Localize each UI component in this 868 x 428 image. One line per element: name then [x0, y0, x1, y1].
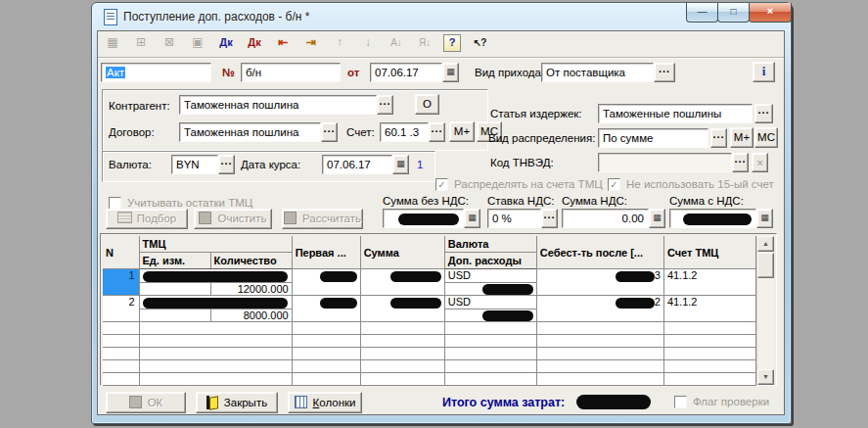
help-icon[interactable]: ? — [443, 34, 461, 52]
account-label: Счет: — [346, 126, 375, 138]
scrollbar-thumb[interactable] — [757, 253, 774, 278]
tnved-input[interactable] — [598, 153, 732, 172]
account-cell[interactable]: 41.1.2 — [663, 269, 755, 296]
expense-item-input[interactable]: Таможенные пошлины — [598, 104, 753, 123]
m-plus-button[interactable]: М+ — [449, 121, 475, 142]
items-table-container: N ТМЦ Первая ... Сумма Валюта Себест-ть … — [100, 233, 777, 386]
col-currency: Валюта — [444, 236, 536, 253]
qty-cell[interactable]: 8000.000 — [210, 309, 292, 322]
sum-with-vat-calc-icon[interactable]: ▦ — [756, 209, 773, 228]
sort-asc-icon: А↓ — [387, 34, 406, 52]
context-help-icon[interactable]: ↖? — [470, 34, 489, 52]
sum-without-vat-calc-icon[interactable]: ▦ — [464, 209, 480, 228]
qty-cell[interactable]: 12000.000 — [210, 282, 292, 296]
income-kind-lookup-button[interactable]: ... — [654, 63, 675, 82]
tnved-label: Код ТНВЭД: — [490, 157, 554, 168]
table-row[interactable]: 1 USD 3 41.1.2 — [103, 269, 756, 283]
first-cell[interactable] — [292, 269, 360, 296]
unit-cell[interactable] — [139, 282, 210, 296]
expense-item-label: Статья издержек: — [490, 108, 582, 119]
close-button[interactable]: × — [749, 3, 792, 23]
rate-date-input[interactable]: 07.06.17 — [322, 155, 392, 174]
empty-row[interactable] — [103, 322, 756, 335]
col-qty: Количество — [210, 253, 292, 269]
sum-cell[interactable] — [360, 269, 444, 296]
titlebar[interactable]: Поступление доп. расходов - б/н * — □ × — [92, 3, 791, 30]
empty-row[interactable] — [103, 360, 756, 373]
income-kind-input[interactable]: От поставщика — [541, 63, 654, 82]
distribution-lookup-button[interactable]: ... — [710, 128, 727, 148]
cost-after-digit: 2 — [655, 296, 661, 308]
tmc-cell[interactable] — [139, 296, 292, 309]
currency-label: Валюта: — [109, 159, 152, 170]
contractor-lookup-button[interactable]: ... — [377, 95, 393, 115]
account-lookup-button[interactable]: ... — [429, 122, 445, 142]
desktop-background: Поступление доп. расходов - б/н * — □ × … — [0, 0, 868, 428]
expense-item-lookup-button[interactable]: ... — [754, 104, 773, 123]
currency-cell[interactable]: USD — [444, 296, 536, 309]
extra-cell[interactable] — [444, 282, 536, 296]
col-extra: Доп. расходы — [444, 253, 536, 269]
distribute-checkbox: ✓ — [435, 178, 448, 191]
table-scrollbar[interactable]: ▲ ▼ — [756, 236, 774, 385]
ok-icon — [129, 396, 142, 408]
currency-lookup-button[interactable]: ... — [218, 155, 235, 174]
calendar-icon[interactable]: ▦ — [442, 63, 459, 82]
doc-number-input[interactable]: б/н — [241, 63, 341, 82]
empty-row[interactable] — [103, 373, 756, 386]
sum-without-vat-input[interactable] — [383, 209, 464, 228]
vat-sum-calc-icon[interactable]: ▦ — [649, 209, 665, 228]
cost-after-cell[interactable]: 2 — [536, 296, 663, 322]
info-button[interactable]: i — [753, 62, 775, 82]
unit-cell[interactable] — [139, 309, 210, 322]
currency-cell[interactable]: USD — [444, 269, 536, 283]
close-dialog-button[interactable]: Закрыть — [196, 392, 278, 413]
contractor-input[interactable]: Таможенная пошлина — [179, 95, 377, 115]
contractor-label: Контрагент: — [109, 100, 170, 112]
account-input[interactable]: 60.1 .3 — [380, 122, 429, 142]
row-number-cell[interactable]: 2 — [103, 296, 139, 322]
move-into-icon[interactable]: ⇥ — [301, 34, 321, 52]
toolbar-separator — [98, 57, 784, 59]
ok-button: ОК — [106, 392, 186, 413]
contract-input[interactable]: Таможенная пошлина — [179, 122, 321, 142]
tnved-lookup-button[interactable]: ... — [732, 153, 749, 172]
distribution-m-plus-button[interactable]: М+ — [730, 127, 754, 148]
rate-calendar-icon[interactable]: ▦ — [392, 155, 409, 174]
extra-cell[interactable] — [444, 309, 536, 322]
account-cell[interactable]: 41.1.2 — [663, 296, 755, 322]
maximize-button[interactable]: □ — [717, 3, 750, 23]
contract-lookup-button[interactable]: ... — [321, 122, 338, 142]
table-row[interactable]: 2 USD 2 41.1.2 — [103, 296, 756, 309]
sum-cell[interactable] — [360, 296, 444, 322]
items-table[interactable]: N ТМЦ Первая ... Сумма Валюта Себест-ть … — [103, 236, 756, 386]
tmc-cell[interactable] — [139, 269, 292, 283]
clear-icon — [199, 212, 211, 224]
move-left-icon[interactable]: ⇤ — [273, 34, 293, 52]
first-cell[interactable] — [292, 296, 360, 322]
empty-row[interactable] — [103, 348, 756, 360]
redacted-value — [320, 298, 357, 309]
distribution-input[interactable]: По сумме — [598, 128, 708, 148]
cost-after-cell[interactable]: 3 — [536, 269, 663, 296]
vat-sum-input[interactable]: 0.00 — [562, 209, 649, 228]
vat-rate-lookup-button[interactable]: ... — [541, 209, 558, 228]
sum-with-vat-input[interactable] — [669, 209, 756, 228]
empty-row[interactable] — [103, 335, 756, 348]
doc-type-input[interactable]: Акт — [101, 63, 211, 82]
minimize-button[interactable]: — — [686, 3, 718, 23]
o-button[interactable]: О — [415, 94, 439, 115]
remains-label: Учитывать остатки ТМЦ — [127, 197, 252, 209]
debit-credit-icon[interactable]: Дк — [216, 34, 236, 52]
distribution-mc-button[interactable]: МС — [754, 127, 778, 148]
scroll-down-icon[interactable]: ▼ — [757, 369, 774, 385]
window-title: Поступление доп. расходов - б/н * — [123, 10, 309, 24]
scroll-up-icon[interactable]: ▲ — [757, 236, 774, 252]
currency-input[interactable]: BYN — [171, 155, 218, 174]
row-number-cell[interactable]: 1 — [103, 269, 139, 296]
date-label: от — [347, 67, 359, 78]
vat-rate-input[interactable]: 0 % — [487, 209, 541, 228]
doc-date-input[interactable]: 07.06.17 — [370, 63, 442, 82]
debit-credit-red-icon[interactable]: Дк — [245, 34, 264, 52]
columns-button[interactable]: Колонки — [288, 392, 362, 413]
